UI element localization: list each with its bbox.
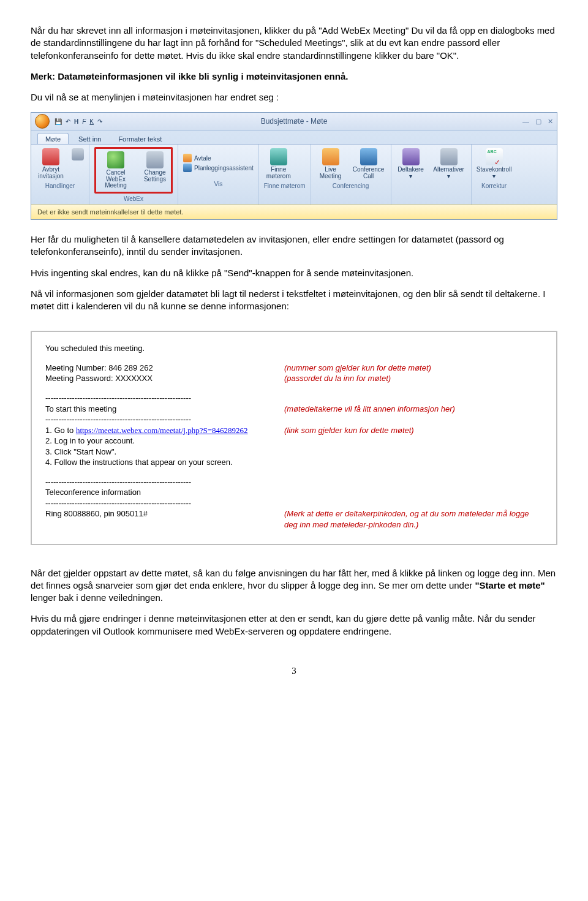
planleggingsassistent-button[interactable]: Planleggingsassistent [183,164,254,172]
spellcheck-icon [486,148,503,165]
deltakere-button[interactable]: Deltakere ▾ [396,147,426,181]
avtale-button[interactable]: Avtale [183,154,254,162]
maximize-icon[interactable]: ▢ [535,117,541,126]
step-4: 4. Follow the instructions that appear o… [45,457,543,468]
group-handlinger: Avbryt invitasjon Handlinger [31,145,89,205]
tab-formater[interactable]: Formater tekst [111,134,169,144]
qat-item[interactable]: F [82,118,86,126]
paragraph-7: Når det gjelder oppstart av dette møtet,… [31,567,557,605]
phone-icon [360,148,377,165]
change-settings-button[interactable]: Change Settings [140,150,170,190]
group-label [396,182,466,192]
divider: ----------------------------------------… [45,477,543,488]
room-icon [270,148,287,165]
ring-number: Ring 80088860, pin 905011# [45,508,284,530]
window-title: Budsjettmøte - Møte [31,116,557,126]
qat-item[interactable]: ↷ [97,118,102,126]
meeting-password: Meeting Password: XXXXXXX [45,373,284,384]
group-label: Finne møterom [264,182,306,192]
meeting-password-note: (passordet du la inn for møtet) [284,373,543,384]
cancel-icon [42,148,59,165]
qat-item[interactable]: K [89,118,94,126]
start-label: To start this meeting [45,404,284,415]
ring-note: (Merk at dette er deltakerpinkoden, og a… [284,508,543,530]
tab-settinn[interactable]: Sett inn [71,134,108,144]
group-webex: Cancel WebEx Meeting Change Settings Web… [89,145,178,205]
qat-item[interactable]: 💾 [55,118,62,126]
group-label: Conferencing [316,182,386,192]
quick-access-toolbar: 💾 ↶ H F K ↷ [55,118,102,126]
conference-call-button[interactable]: Conference Call [352,147,386,181]
paragraph-8: Hvis du må gjøre endringer i denne møtei… [31,613,557,638]
finne-moterom-button[interactable]: Finne møterom [264,147,293,181]
group-deltakere: Deltakere ▾ Alternativer ▾ [391,145,472,205]
teleconference-label: Teleconference information [45,487,543,498]
close-icon[interactable]: ✕ [548,117,553,126]
group-label: Vis [183,180,254,190]
divider: ----------------------------------------… [45,498,543,509]
paragraph-5: Hvis ingenting skal endres, kan du nå kl… [31,267,557,279]
highlight-box: Cancel WebEx Meeting Change Settings [94,147,173,194]
group-label: Handlinger [36,182,84,192]
qat-item[interactable]: ↶ [66,118,70,126]
group-korrektur: Stavekontroll ▾ Korrektur [472,145,517,205]
divider: ----------------------------------------… [45,393,543,404]
ribbon-tabs: Møte Sett inn Formater tekst [31,130,557,145]
group-label: WebEx [94,195,173,205]
divider: ----------------------------------------… [45,414,543,425]
step-1-note: (link som gjelder kun for dette møtet) [284,425,543,436]
avbryt-invitasjon-button[interactable]: Avbryt invitasjon [36,147,66,181]
tab-mote[interactable]: Møte [37,133,69,144]
paragraph-4: Her får du muligheten til å kansellere d… [31,233,557,258]
page-number: 3 [31,665,557,677]
webex-link[interactable]: https://meetat.webex.com/meetat/j.php?S=… [76,426,248,435]
people-icon [183,164,192,172]
paragraph-2-note: Merk: Datamøteinformasjonen vil ikke bli… [31,70,557,83]
qat-item[interactable]: H [74,118,78,126]
step-3: 3. Click "Start Now". [45,447,543,458]
settings-icon [146,151,164,168]
calendar-icon [183,154,192,162]
meeting-number-note: (nummer som gjelder kun for dette møtet) [284,363,543,374]
live-meeting-button[interactable]: Live Meeting [316,147,345,181]
group-finnemoterom: Finne møterom Finne møterom [259,145,311,205]
group-label: Korrektur [477,182,512,192]
window-title-bar: 💾 ↶ H F K ↷ Budsjettmøte - Møte — ▢ ✕ [31,113,557,130]
box-heading: You scheduled this meeting. [45,343,543,354]
live-meeting-icon [322,148,339,165]
start-note: (møtedeltakerne vil få litt annen inform… [284,404,543,415]
paragraph-6: Nå vil informasjonen som gjelder datamøt… [31,288,557,313]
ribbon-groups: Avbryt invitasjon Handlinger Cancel WebE… [31,145,557,205]
ribbon-status-bar: Det er ikke sendt møteinnkallelser til d… [31,205,557,219]
meeting-info-box: You scheduled this meeting. Meeting Numb… [31,331,557,545]
paragraph-1: Når du har skrevet inn all informasjon i… [31,25,557,62]
minimize-icon[interactable]: — [522,117,529,126]
step-2: 2. Log in to your account. [45,435,543,447]
attendees-icon [402,148,420,165]
paragraph-3: Du vil nå se at menylinjen i møteinvitas… [31,91,557,104]
stavekontroll-button[interactable]: Stavekontroll ▾ [477,147,512,181]
alternativer-button[interactable]: Alternativer ▾ [432,147,466,181]
office-orb-icon[interactable] [35,114,50,129]
calendar-small-icon [72,148,84,160]
step-1: 1. Go to https://meetat.webex.com/meetat… [45,425,284,436]
globe-icon [107,151,124,168]
schedule-button[interactable] [72,147,84,181]
outlook-ribbon: 💾 ↶ H F K ↷ Budsjettmøte - Møte — ▢ ✕ Mø… [31,112,557,220]
cancel-webex-button[interactable]: Cancel WebEx Meeting [97,150,134,190]
options-icon [440,148,458,165]
group-vis: Avtale Planleggingsassistent Vis [178,145,259,205]
group-conferencing: Live Meeting Conference Call Conferencin… [311,145,391,205]
meeting-number: Meeting Number: 846 289 262 [45,363,284,374]
